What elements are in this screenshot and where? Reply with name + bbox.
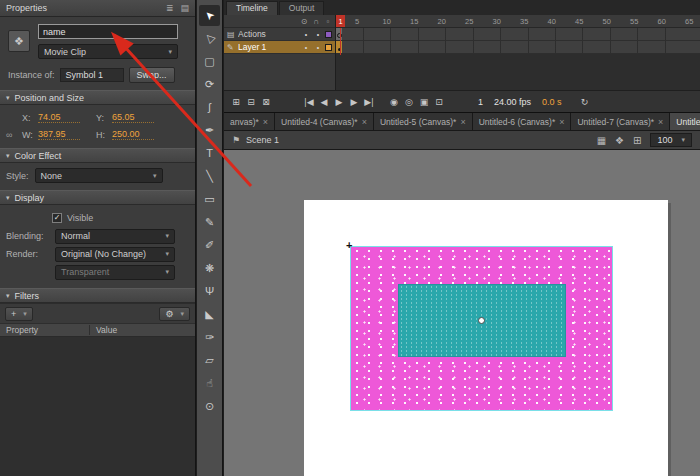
brush-tool[interactable]: ✐ bbox=[199, 235, 220, 256]
blending-dropdown[interactable]: Normal ▾ bbox=[55, 229, 175, 244]
go-to-last-frame-button[interactable]: ▶| bbox=[363, 94, 375, 109]
go-to-first-frame-button[interactable]: |◀ bbox=[303, 94, 315, 109]
panel-menu-icon[interactable]: ▤ bbox=[180, 3, 189, 13]
onion-skin-outlines-button[interactable]: ◎ bbox=[403, 94, 415, 109]
hand-tool[interactable]: ☝ bbox=[199, 373, 220, 394]
keyframe-layer1[interactable] bbox=[336, 41, 342, 53]
layer-lock-dot[interactable]: • bbox=[312, 31, 324, 38]
modify-markers-button[interactable]: ⊡ bbox=[433, 94, 445, 109]
layer-visibility-dot[interactable]: • bbox=[300, 31, 312, 38]
frames-row-layer1[interactable] bbox=[336, 41, 700, 54]
rectangle-tool[interactable]: ▭ bbox=[199, 189, 220, 210]
step-back-button[interactable]: ◀ bbox=[318, 94, 330, 109]
zoom-control[interactable]: 100 ▾ bbox=[650, 133, 692, 147]
transform-point[interactable] bbox=[478, 317, 485, 324]
swap-button[interactable]: Swap... bbox=[129, 67, 175, 83]
lasso-tool[interactable]: ʃ bbox=[199, 97, 220, 118]
close-tab-icon[interactable]: × bbox=[559, 117, 564, 127]
movie-clip-instance[interactable]: + bbox=[350, 246, 613, 411]
x-value[interactable]: 74.05 bbox=[38, 112, 80, 123]
subselection-tool[interactable]: ▷ bbox=[199, 28, 220, 49]
edit-scene-button[interactable]: ▦ bbox=[597, 135, 606, 146]
eyedropper-tool[interactable]: ✑ bbox=[199, 327, 220, 348]
free-transform-tool[interactable]: ▢ bbox=[199, 51, 220, 72]
panel-title: Properties bbox=[6, 3, 159, 13]
h-value[interactable]: 250.00 bbox=[112, 129, 154, 140]
lock-column-icon[interactable]: ∩ bbox=[310, 15, 322, 27]
playhead[interactable]: 1 bbox=[336, 15, 345, 28]
layer-visibility-dot[interactable]: • bbox=[300, 44, 312, 51]
new-folder-button[interactable]: ⊟ bbox=[245, 94, 257, 109]
document-tab-1[interactable]: Untitled-4 (Canvas)*× bbox=[275, 113, 374, 130]
document-tab-3[interactable]: Untitled-6 (Canvas)*× bbox=[473, 113, 572, 130]
visible-checkbox[interactable]: ✓ bbox=[52, 213, 62, 223]
eraser-tool[interactable]: ▱ bbox=[199, 350, 220, 371]
zoom-tool[interactable]: ⊙ bbox=[199, 396, 220, 417]
layer-row-layer-1[interactable]: ✎Layer 1•• bbox=[224, 41, 335, 54]
loop-playback-button[interactable]: ↻ bbox=[579, 94, 591, 109]
close-tab-icon[interactable]: × bbox=[362, 117, 367, 127]
frames-area[interactable]: 1 5101520253035404550556065 bbox=[336, 15, 700, 90]
document-tab-2[interactable]: Untitled-5 (Canvas)*× bbox=[374, 113, 473, 130]
instance-name-input[interactable] bbox=[38, 24, 178, 39]
bone-tool[interactable]: Ψ bbox=[199, 281, 220, 302]
document-tab-4[interactable]: Untitled-7 (Canvas)*× bbox=[571, 113, 670, 130]
chevron-down-icon: ▾ bbox=[165, 250, 169, 258]
current-frame-counter[interactable]: 1 bbox=[474, 97, 487, 107]
document-tab-0[interactable]: anvas)*× bbox=[224, 113, 275, 130]
style-dropdown[interactable]: None ▾ bbox=[35, 168, 163, 183]
section-header-filters[interactable]: ▾ Filters bbox=[0, 288, 195, 303]
transparent-dropdown[interactable]: Transparent ▾ bbox=[55, 265, 175, 280]
stage[interactable]: + bbox=[304, 200, 668, 476]
render-dropdown[interactable]: Original (No Change) ▾ bbox=[55, 247, 175, 262]
show-hide-column-icon[interactable]: ⊙ bbox=[298, 15, 310, 27]
frame-grid[interactable] bbox=[336, 28, 700, 54]
layer-lock-dot[interactable]: • bbox=[312, 44, 324, 51]
add-filter-button[interactable]: + ▾ bbox=[5, 307, 33, 321]
tab-timeline[interactable]: Timeline bbox=[226, 1, 278, 15]
close-tab-icon[interactable]: × bbox=[460, 117, 465, 127]
keyframe-actions[interactable] bbox=[336, 28, 342, 40]
outline-column-icon[interactable]: ▫ bbox=[322, 15, 334, 27]
pencil-tool[interactable]: ✎ bbox=[199, 212, 220, 233]
deco-tool[interactable]: ❋ bbox=[199, 258, 220, 279]
document-tab-label: Untitled-7 (Canvas)* bbox=[577, 117, 654, 127]
tab-output[interactable]: Output bbox=[279, 1, 325, 15]
new-layer-button[interactable]: ⊞ bbox=[230, 94, 242, 109]
section-header-position[interactable]: ▾ Position and Size bbox=[0, 90, 195, 105]
step-forward-button[interactable]: ▶ bbox=[348, 94, 360, 109]
chevron-down-icon: ▾ bbox=[681, 136, 685, 144]
3d-rotation-tool[interactable]: ⟳ bbox=[199, 74, 220, 95]
ruler-tick: 65 bbox=[685, 17, 693, 26]
section-header-display[interactable]: ▾ Display bbox=[0, 190, 195, 205]
close-tab-icon[interactable]: × bbox=[263, 117, 268, 127]
y-value[interactable]: 65.05 bbox=[112, 112, 154, 123]
section-header-color-effect[interactable]: ▾ Color Effect bbox=[0, 148, 195, 163]
frame-rate-value[interactable]: 24.00 fps bbox=[490, 97, 535, 107]
edit-symbols-button[interactable]: ❖ bbox=[615, 135, 624, 146]
blending-value: Normal bbox=[61, 231, 90, 241]
play-button[interactable]: ▶ bbox=[333, 94, 345, 109]
frame-ruler[interactable]: 1 5101520253035404550556065 bbox=[336, 15, 700, 28]
link-constrain-icon[interactable]: ∞ bbox=[6, 130, 22, 140]
pen-tool[interactable]: ✒ bbox=[199, 120, 220, 141]
bone-tool-icon: Ψ bbox=[205, 286, 214, 297]
edit-multiple-frames-button[interactable]: ▣ bbox=[418, 94, 430, 109]
document-tab-5[interactable]: Untitled-8 (Canva× bbox=[670, 113, 700, 130]
filter-options-button[interactable]: ⚙ ▾ bbox=[159, 307, 190, 321]
selection-tool[interactable]: ➤ bbox=[199, 5, 220, 26]
paint-bucket-tool[interactable]: ◣ bbox=[199, 304, 220, 325]
scene-name[interactable]: Scene 1 bbox=[246, 135, 279, 145]
line-tool[interactable]: ╲ bbox=[199, 166, 220, 187]
pasteboard[interactable]: + bbox=[224, 150, 700, 476]
onion-skin-button[interactable]: ◉ bbox=[388, 94, 400, 109]
w-value[interactable]: 387.95 bbox=[38, 129, 80, 140]
center-stage-button[interactable]: ⊞ bbox=[633, 135, 641, 146]
symbol-type-dropdown[interactable]: Movie Clip ▾ bbox=[38, 44, 178, 59]
frames-row-actions[interactable] bbox=[336, 28, 700, 41]
delete-layer-button[interactable]: ⊠ bbox=[260, 94, 272, 109]
text-tool[interactable]: T bbox=[199, 143, 220, 164]
close-tab-icon[interactable]: × bbox=[658, 117, 663, 127]
panel-list-icon[interactable]: ≣ bbox=[166, 3, 174, 13]
layer-row-actions[interactable]: ▤Actions•• bbox=[224, 28, 335, 41]
